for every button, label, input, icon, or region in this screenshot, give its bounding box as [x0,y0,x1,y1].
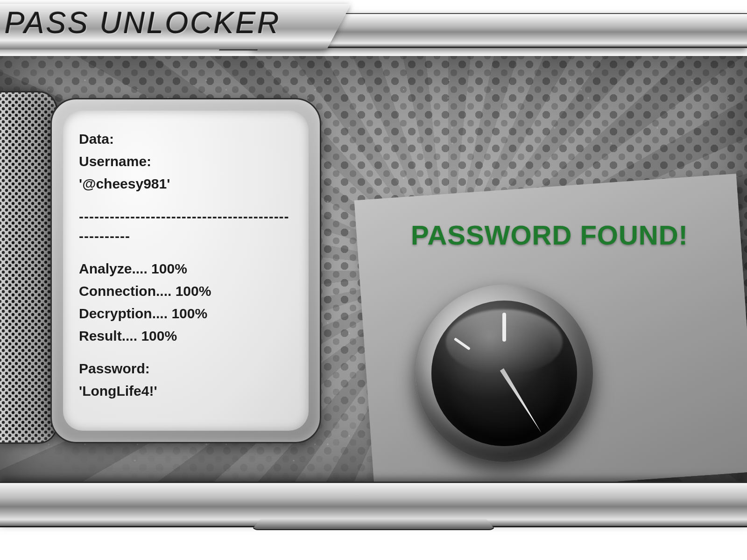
mesh-side-plate [0,91,57,444]
progress-result: Result.... 100% [79,326,293,346]
footer-notch [251,519,496,530]
username-label: Username: [79,152,293,171]
username-value: '@cheesy981' [79,174,293,194]
progress-decryption: Decryption.... 100% [79,304,293,323]
gauge-dial[interactable] [416,285,593,462]
progress-connection: Connection.... 100% [79,281,293,301]
dial-tick-icon [502,313,506,342]
status-banner: PASSWORD FOUND! [411,219,688,251]
password-value: 'LongLife4!' [79,381,293,401]
app-title: PASS UNLOCKER [5,6,281,40]
app-window: PASS UNLOCKER Data: Username: '@cheesy98… [0,0,747,560]
password-label: Password: [79,359,293,378]
data-panel-inner: Data: Username: '@cheesy981' -----------… [63,111,309,431]
dial-face [431,301,577,446]
dial-tick-icon [454,337,471,350]
data-label: Data: [79,129,293,149]
data-panel: Data: Username: '@cheesy981' -----------… [50,98,321,443]
progress-analyze: Analyze.... 100% [79,259,293,279]
header: PASS UNLOCKER [0,0,747,61]
divider: ----------------------------------------… [79,207,293,246]
